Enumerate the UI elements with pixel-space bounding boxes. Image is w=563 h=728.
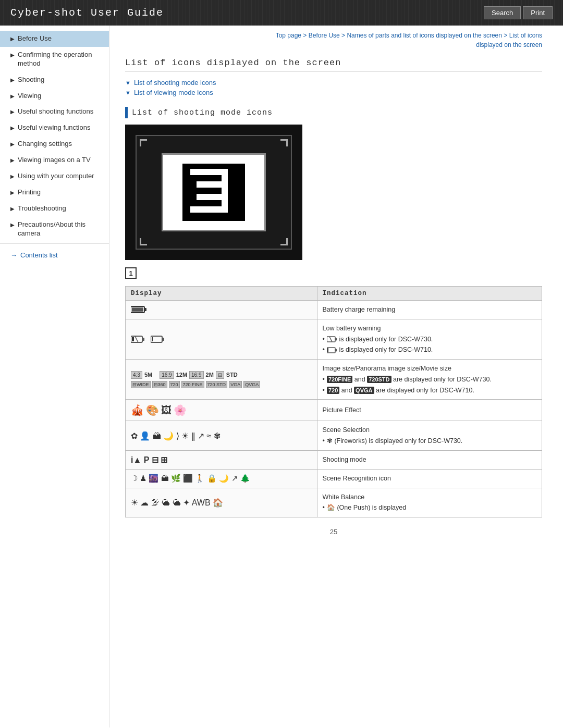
sidebar-item-changing-settings[interactable]: ▶ Changing settings — [0, 136, 109, 152]
vga-icon: VGA — [229, 381, 242, 388]
breadcrumb-top[interactable]: Top page — [276, 32, 301, 39]
sidebar-item-useful-shooting[interactable]: ▶ Useful shooting functions — [0, 104, 109, 120]
sidebar-item-label: Useful viewing functions — [18, 124, 90, 132]
camera-screenshot — [125, 125, 302, 260]
svg-rect-19 — [222, 200, 228, 206]
svg-rect-31 — [132, 337, 134, 341]
breadcrumb-before-use[interactable]: Before Use — [309, 32, 340, 39]
contents-list-link[interactable]: → Contents list — [0, 246, 109, 264]
sidebar-item-computer[interactable]: ▶ Using with your computer — [0, 168, 109, 184]
indication-main-text: Scene Selection — [323, 426, 370, 434]
battery-full-icon — [131, 305, 148, 314]
indication-cell: Low battery warning • is displayed only … — [317, 319, 542, 359]
table-row: Low battery warning • is displayed only … — [126, 319, 542, 359]
indication-cell: Shooting mode — [317, 450, 542, 469]
display-cell: ☽ ♟ 🌆 🏔 🌿 ⬛ 🚶 🔒 🌙 ↗ 🌲 — [126, 469, 317, 488]
qvga-label: QVGA — [354, 387, 374, 394]
svg-line-32 — [135, 336, 138, 342]
white-balance-icon-cell: ☀ ☁ 🌫 🌥 🌥 ✦ AWB 🏠 — [131, 498, 312, 508]
part-icon: 🖼 — [161, 404, 172, 416]
table-row: 4:3 5M 16:9 12M 16:9 2M ⊟ STD ⊟WIDE — [126, 360, 542, 400]
toc-link-label: List of shooting mode icons — [134, 79, 216, 87]
toc-link-shooting[interactable]: ▼ List of shooting mode icons — [125, 79, 542, 87]
header-actions: Search Print — [484, 6, 553, 19]
sidebar-item-printing[interactable]: ▶ Printing — [0, 184, 109, 201]
bullet-item-2: • is displayed only for DSC-W710. — [323, 345, 536, 355]
indication-text: Scene Recognition icon — [323, 475, 391, 482]
bullet-icon: • — [323, 436, 325, 446]
size-std-icon: ⊟ — [216, 371, 224, 379]
bullet-text: ✾ (Fireworks) is displayed only for DSC-… — [327, 436, 462, 446]
size-4-3-icon: 4:3 — [131, 371, 142, 379]
badge-1: 1 — [125, 267, 137, 279]
toc-link-viewing[interactable]: ▼ List of viewing mode icons — [125, 89, 542, 96]
size-2m-text: 2M — [206, 372, 214, 378]
indication-cell: Battery charge remaining — [317, 301, 542, 319]
arrow-right-icon: → — [10, 251, 17, 259]
sidebar-item-label: Precautions/About this camera — [18, 220, 103, 238]
toc-links: ▼ List of shooting mode icons ▼ List of … — [125, 79, 542, 96]
low-battery-1-icon — [131, 335, 145, 343]
720-fine-icon: 720 FINE — [181, 381, 204, 388]
section-heading-shooting: List of shooting mode icons — [125, 107, 542, 118]
sidebar-item-confirming[interactable]: ▶ Confirming the operation method — [0, 47, 109, 72]
sidebar-item-precautions[interactable]: ▶ Precautions/About this camera — [0, 217, 109, 242]
sidebar-item-viewing[interactable]: ▶ Viewing — [0, 88, 109, 104]
scene-recognition-icons: ☽ ♟ 🌆 🏔 🌿 ⬛ 🚶 🔒 🌙 ↗ 🌲 — [131, 474, 250, 483]
table-row: ✿ 👤 🏔 🌙 ⟩ ☀ ‖ ↗ ≈ ✾ Scene Selection • ✾ … — [126, 421, 542, 451]
white-balance-icons: ☀ ☁ 🌫 🌥 🌥 ✦ AWB 🏠 — [131, 498, 223, 508]
size-16-9-2-icon: 16:9 — [189, 371, 203, 379]
svg-rect-25 — [222, 206, 228, 213]
svg-rect-21 — [197, 206, 203, 213]
table-row: ☀ ☁ 🌫 🌥 🌥 ✦ AWB 🏠 White Balance • 🏠 (One… — [126, 488, 542, 517]
svg-rect-1 — [190, 169, 197, 175]
indication-main-text: Image size/Panorama image size/Movie siz… — [323, 365, 451, 372]
arrow-icon: ▶ — [10, 52, 15, 58]
sidebar-item-label: Viewing — [18, 92, 41, 101]
section-title: List of shooting mode icons — [132, 108, 273, 117]
breadcrumb: Top page > Before Use > Names of parts a… — [125, 31, 542, 50]
sidebar-item-label: Using with your computer — [18, 172, 94, 181]
sidebar-item-shooting[interactable]: ▶ Shooting — [0, 72, 109, 88]
720-label: 720 — [327, 387, 339, 394]
arrow-icon: ▶ — [10, 205, 15, 212]
sidebar-item-before-use[interactable]: ▶ Before Use — [0, 31, 109, 47]
720-icon: 720 — [169, 381, 180, 388]
search-button[interactable]: Search — [484, 6, 521, 19]
bullet-item-1: • 🏠 (One Push) is displayed — [323, 503, 536, 513]
display-cell: ☀ ☁ 🌫 🌥 🌥 ✦ AWB 🏠 — [126, 488, 317, 517]
arrow-icon: ▶ — [10, 189, 15, 196]
indication-cell: Scene Selection • ✾ (Fireworks) is displ… — [317, 421, 542, 451]
table-row: 🎪 🎨 🖼 🌸 Picture Effect — [126, 400, 542, 421]
svg-rect-23 — [209, 206, 215, 213]
bullet-icon: • — [323, 335, 325, 344]
svg-rect-34 — [162, 338, 164, 341]
sidebar-item-label: Viewing images on a TV — [18, 156, 91, 165]
breadcrumb-names[interactable]: Names of parts and list of icons display… — [347, 32, 502, 39]
svg-rect-8 — [197, 181, 203, 188]
sidebar-item-useful-viewing[interactable]: ▶ Useful viewing functions — [0, 120, 109, 136]
sidebar-item-tv[interactable]: ▶ Viewing images on a TV — [0, 152, 109, 168]
contents-link-label: Contents list — [20, 251, 58, 259]
image-size-row1: 4:3 5M 16:9 12M 16:9 2M ⊟ STD — [131, 371, 238, 379]
display-cell — [126, 301, 317, 319]
icons-table: Display Indication — [125, 286, 542, 517]
bullet-text: 🏠 (One Push) is displayed — [327, 503, 406, 513]
wide-icon: ⊟WIDE — [131, 381, 151, 388]
indication-cell: Image size/Panorama image size/Movie siz… — [317, 360, 542, 400]
sidebar-item-troubleshooting[interactable]: ▶ Troubleshooting — [0, 201, 109, 217]
arrow-icon: ▶ — [10, 141, 15, 147]
scene-icons: ✿ 👤 🏔 🌙 ⟩ ☀ ‖ ↗ ≈ ✾ — [131, 431, 221, 441]
arrow-icon: ▶ — [10, 173, 15, 180]
display-cell: i▲ P ⊟ ⊞ — [126, 450, 317, 469]
indication-cell: White Balance • 🏠 (One Push) is displaye… — [317, 488, 542, 517]
section-bar — [125, 107, 128, 118]
svg-rect-2 — [197, 169, 203, 175]
svg-rect-41 — [327, 348, 328, 352]
image-size-row2: ⊟WIDE ⊟360 720 720 FINE 720 STD VGA QVGA — [131, 381, 260, 388]
svg-rect-30 — [142, 338, 144, 341]
display-cell: ✿ 👤 🏔 🌙 ⟩ ☀ ‖ ↗ ≈ ✾ — [126, 421, 317, 451]
print-button[interactable]: Print — [523, 6, 553, 19]
720-std-label: 720STD — [367, 376, 391, 383]
pop-icon: 🎨 — [146, 404, 159, 416]
